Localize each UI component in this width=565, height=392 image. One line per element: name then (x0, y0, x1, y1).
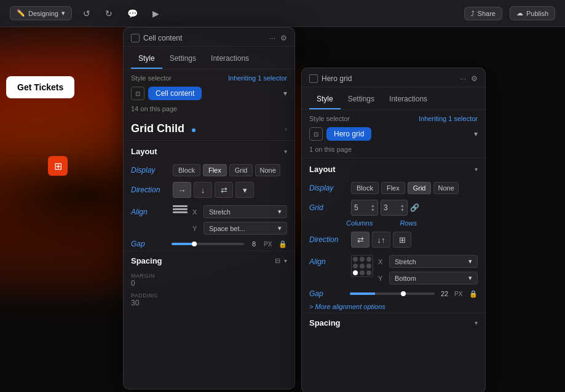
left-align-y-ctrl[interactable]: Space bet... ▾ (203, 222, 287, 235)
right-align-x-ctrl[interactable]: Stretch ▾ (389, 255, 478, 268)
right-panel-actions: ··· ⚙ (460, 74, 478, 83)
right-direction-label: Direction (309, 235, 346, 244)
tab-settings-right[interactable]: Settings (341, 91, 382, 109)
spin-down-rows[interactable]: ▼ (400, 208, 405, 212)
share-button[interactable]: ⤴ Share (464, 7, 502, 20)
right-dir-wrap-btn[interactable]: ⇄ (351, 232, 369, 248)
settings-icon[interactable]: ⚙ (280, 34, 287, 42)
left-align-y-row: Y Space bet... ▾ (192, 222, 287, 235)
spin-arrows-cols[interactable]: ▲ ▼ (371, 203, 375, 212)
left-layout-chevron[interactable]: ▾ (284, 148, 287, 155)
right-inheriting-text: Inheriting 1 selector (419, 115, 478, 122)
left-gap-row: Gap 8 PX 🔒 (124, 237, 294, 251)
ellipsis-icon[interactable]: ··· (269, 34, 275, 42)
right-gap-lock-icon[interactable]: 🔒 (469, 290, 478, 298)
left-gap-thumb[interactable] (192, 241, 197, 246)
right-display-row: Display Block Flex Grid None (302, 179, 485, 197)
get-tickets-button[interactable]: Get Tickets (6, 76, 74, 98)
right-chip-row: ⊡ Hero grid ▾ (302, 127, 485, 146)
mode-selector[interactable]: ✏️ Designing ▾ (10, 6, 72, 20)
right-y-label: Y (378, 275, 385, 282)
left-align-label: Align (131, 205, 168, 216)
left-spacing-chevron[interactable]: ▾ (284, 257, 287, 264)
left-chip-dropdown[interactable]: ▾ (283, 89, 287, 98)
left-align-icon (173, 205, 188, 213)
disp-flex-right[interactable]: Flex (381, 182, 405, 194)
right-align-y-ctrl[interactable]: Bottom ▾ (389, 272, 478, 284)
right-chip[interactable]: Hero grid (326, 127, 371, 141)
link-icon[interactable]: 🔗 (410, 203, 419, 212)
right-gap-unit: PX (454, 291, 465, 297)
left-gap-lock-icon[interactable]: 🔒 (279, 240, 287, 248)
top-toolbar: ✏️ Designing ▾ ↺ ↻ 💬 ▶ ⤴ Share ☁ Publish (0, 0, 565, 27)
spin-down-cols[interactable]: ▼ (371, 208, 375, 212)
play-button[interactable]: ▶ (149, 6, 163, 21)
disp-block-left[interactable]: Block (173, 164, 200, 176)
left-gap-value: 8 (248, 240, 260, 248)
dir-more-btn[interactable]: ▾ (235, 182, 254, 198)
dir-right-btn[interactable]: → (173, 182, 191, 198)
dot-4 (353, 264, 358, 269)
spin-arrows-rows[interactable]: ▲ ▼ (400, 203, 405, 212)
spacing-icon: ⊟ (275, 257, 280, 265)
right-panel-title-row: Hero grid (309, 74, 352, 83)
left-align-x-ctrl[interactable]: Stretch ▾ (203, 205, 287, 218)
left-dir-btns: → ↓ ⇄ ▾ (173, 182, 287, 198)
disp-none-left[interactable]: None (255, 164, 280, 176)
tab-style-right[interactable]: Style (309, 91, 341, 109)
right-align-row: Align X Stretch (302, 250, 485, 287)
right-gap-row: Gap 22 PX 🔒 (302, 287, 485, 300)
mode-label: Designing (28, 10, 58, 17)
dir-down-btn[interactable]: ↓ (194, 182, 212, 198)
right-style-selector-row: Style selector Inheriting 1 selector (302, 110, 485, 127)
right-layout-chevron[interactable]: ▾ (475, 166, 478, 173)
dot-2 (360, 257, 365, 262)
redo-button[interactable]: ↻ (101, 6, 116, 21)
spin-up-cols[interactable]: ▲ (371, 203, 375, 208)
right-dir-more-btn[interactable]: ⊞ (393, 232, 411, 248)
left-panel-title-row: Cell content (131, 34, 182, 42)
right-gap-thumb[interactable] (401, 291, 406, 296)
grid-child-chevron[interactable]: › (285, 125, 287, 133)
tab-interactions-left[interactable]: Interactions (203, 50, 256, 69)
right-cols-label: Columns (346, 219, 373, 227)
right-style-selector-label: Style selector (309, 115, 350, 122)
right-grid-row: Grid 5 ▲ ▼ 3 ▲ ▼ 🔗 (302, 197, 485, 218)
right-align-label: Align (309, 255, 346, 266)
disp-grid-right[interactable]: Grid (408, 182, 432, 194)
tab-style-left[interactable]: Style (131, 50, 162, 69)
disp-flex-left[interactable]: Flex (203, 164, 227, 176)
right-panel: Hero grid ··· ⚙ Style Settings Interacti… (301, 68, 486, 392)
tab-settings-left[interactable]: Settings (162, 50, 203, 69)
right-chip-dropdown[interactable]: ▾ (474, 130, 478, 138)
disp-grid-left[interactable]: Grid (229, 164, 253, 176)
dot-6 (366, 264, 371, 269)
ellipsis-icon[interactable]: ··· (460, 74, 466, 83)
dot-9 (366, 270, 371, 275)
publish-button[interactable]: ☁ Publish (510, 6, 555, 20)
left-spacing-padding: PADDING 30 (124, 290, 294, 310)
right-dir-down-btn[interactable]: ↓↑ (372, 232, 390, 248)
left-spacing-actions: ⊟ ▾ (275, 257, 287, 265)
left-gap-slider[interactable] (172, 243, 244, 245)
right-grid-cols-input[interactable]: 5 ▲ ▼ (351, 200, 378, 216)
right-grid-rows-input[interactable]: 3 ▲ ▼ (381, 200, 408, 216)
spin-up-rows[interactable]: ▲ (400, 203, 405, 208)
left-style-selector-label: Style selector (131, 74, 172, 82)
disp-none-right[interactable]: None (433, 182, 458, 194)
share-label: Share (478, 10, 496, 17)
comment-button[interactable]: 💬 (124, 6, 141, 21)
disp-block-right[interactable]: Block (351, 182, 379, 194)
right-spacing-chevron[interactable]: ▾ (475, 319, 478, 326)
undo-button[interactable]: ↺ (79, 6, 94, 21)
left-panel-header: Cell content ··· ⚙ (124, 28, 294, 47)
left-display-row: Display Block Flex Grid None (124, 161, 294, 179)
right-gap-slider[interactable] (350, 292, 435, 295)
right-display-label: Display (309, 184, 346, 192)
dir-wrap-btn[interactable]: ⇄ (215, 182, 233, 198)
tab-interactions-right[interactable]: Interactions (382, 91, 435, 109)
left-chip[interactable]: Cell content (148, 87, 202, 100)
right-panel-header: Hero grid ··· ⚙ (302, 68, 485, 87)
settings-icon[interactable]: ⚙ (471, 74, 478, 83)
more-alignment-options[interactable]: > More alignment options (302, 300, 485, 313)
